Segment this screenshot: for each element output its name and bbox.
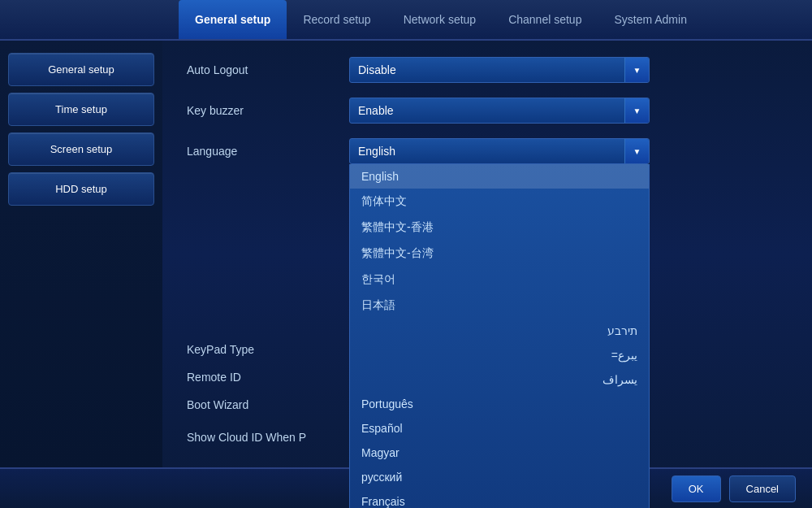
lang-option-simplified-chinese[interactable]: 简体中文	[350, 189, 649, 215]
tab-system-admin[interactable]: System Admin	[598, 0, 702, 39]
show-cloud-id-label: Show Cloud ID When P	[187, 431, 349, 444]
main-content: Auto Logout Disable ▼ Key buzzer Enable …	[162, 41, 812, 467]
lang-option-hungarian[interactable]: Magyar	[350, 441, 649, 465]
key-buzzer-select[interactable]: Enable ▼	[349, 98, 650, 124]
tab-network-setup[interactable]: Network setup	[387, 0, 492, 39]
lang-option-hebrew[interactable]: תירבע	[350, 319, 649, 343]
lang-option-trad-chinese-hk[interactable]: 繁體中文-香港	[350, 215, 649, 241]
key-buzzer-row: Key buzzer Enable ▼	[187, 98, 788, 124]
language-value: English	[358, 145, 395, 158]
language-select[interactable]: English ▼	[349, 138, 650, 164]
remote-id-label: Remote ID	[187, 371, 349, 384]
auto-logout-value: Disable	[358, 63, 396, 76]
language-arrow: ▼	[624, 139, 649, 163]
lang-option-portuguese[interactable]: Português	[350, 392, 649, 416]
top-navigation: General setup Record setup Network setup…	[0, 0, 812, 41]
keypad-type-label: KeyPad Type	[187, 343, 349, 356]
language-label: Language	[187, 145, 349, 158]
key-buzzer-label: Key buzzer	[187, 104, 349, 117]
lang-option-arabic[interactable]: يبرع=	[350, 343, 649, 367]
sidebar-item-general-setup[interactable]: General setup	[8, 53, 154, 86]
language-dropdown: English 简体中文 繁體中文-香港 繁體中文-台湾 한국어 日本語 תיר…	[349, 164, 650, 508]
tab-general-setup[interactable]: General setup	[179, 0, 287, 39]
sidebar: General setup Time setup Screen setup HD…	[0, 41, 162, 467]
lang-option-french[interactable]: Français	[350, 489, 649, 508]
lang-option-russian[interactable]: русский	[350, 465, 649, 489]
lang-option-spanish[interactable]: Español	[350, 416, 649, 441]
boot-wizard-label: Boot Wizard	[187, 398, 349, 411]
sidebar-item-hdd-setup[interactable]: HDD setup	[8, 172, 154, 206]
lang-option-english[interactable]: English	[350, 164, 649, 189]
lang-option-trad-chinese-tw[interactable]: 繁體中文-台湾	[350, 241, 649, 267]
auto-logout-arrow: ▼	[624, 58, 649, 82]
lang-option-farsi[interactable]: يسراف	[350, 367, 649, 392]
cancel-button[interactable]: Cancel	[729, 475, 796, 502]
auto-logout-label: Auto Logout	[187, 63, 349, 76]
tab-channel-setup[interactable]: Channel setup	[492, 0, 598, 39]
language-row: Language English ▼ English 简体中文 繁體中文-香港 …	[187, 138, 788, 164]
key-buzzer-arrow: ▼	[624, 98, 649, 123]
lang-option-korean[interactable]: 한국어	[350, 267, 649, 293]
lang-option-japanese[interactable]: 日本語	[350, 293, 649, 319]
sidebar-item-screen-setup[interactable]: Screen setup	[8, 132, 154, 166]
key-buzzer-value: Enable	[358, 104, 394, 117]
ok-button[interactable]: OK	[672, 475, 721, 502]
auto-logout-row: Auto Logout Disable ▼	[187, 57, 788, 83]
auto-logout-select[interactable]: Disable ▼	[349, 57, 650, 83]
sidebar-item-time-setup[interactable]: Time setup	[8, 93, 154, 126]
tab-record-setup[interactable]: Record setup	[287, 0, 387, 39]
